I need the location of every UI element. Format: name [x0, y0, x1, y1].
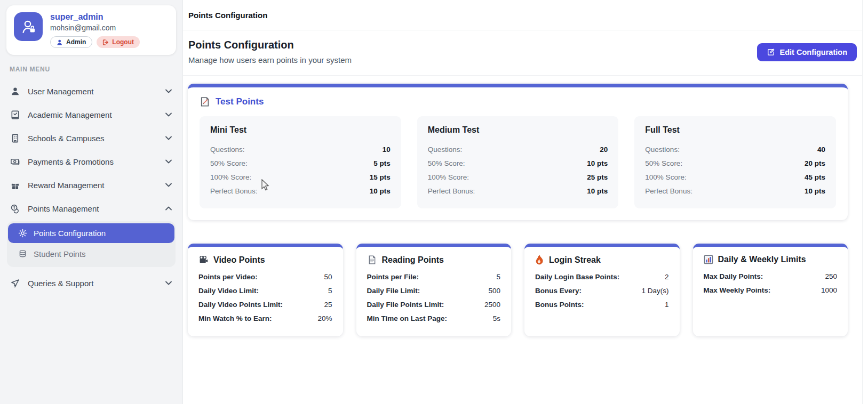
chevron-down-icon: [164, 110, 173, 119]
points-management-submenu: Points Configuration Student Points: [7, 221, 176, 267]
coins-icon: [10, 203, 21, 214]
book-check-icon: [10, 109, 21, 120]
full-test-title: Full Test: [645, 125, 825, 135]
user-email: mohsin@gmail.com: [50, 23, 140, 32]
edit-icon: [767, 48, 775, 56]
building-icon: [10, 133, 21, 144]
memo-pencil-icon: [200, 96, 210, 107]
sidebar-subitem-student-points[interactable]: Student Points: [8, 244, 174, 264]
mini-test-card: Mini Test Questions:10 50% Score:5 pts 1…: [200, 116, 401, 208]
topbar-title: Points Configuration: [188, 11, 267, 20]
test-points-card: Test Points Mini Test Questions:10 50% S…: [188, 84, 848, 220]
sidebar-item-label: Reward Management: [28, 181, 157, 190]
stat-row: Perfect Bonus:10 pts: [428, 184, 608, 198]
stat-row: Daily Video Points Limit:25: [198, 297, 332, 311]
sidebar-item-label: Queries & Support: [28, 279, 157, 288]
logout-icon: [102, 39, 109, 46]
stat-row: Questions:20: [428, 142, 608, 156]
stat-row: Points per File:5: [367, 270, 501, 284]
gear-icon: [18, 228, 28, 238]
stat-row: 50% Score:20 pts: [645, 156, 825, 170]
logout-label: Logout: [112, 38, 134, 46]
user-info: super_admin mohsin@gmail.com Admin Logou…: [50, 12, 140, 48]
video-points-title: Video Points: [213, 255, 265, 265]
sidebar-item-label: Schools & Campuses: [28, 134, 157, 143]
video-points-card: Video Points Points per Video:50 Daily V…: [188, 244, 343, 336]
stat-row: Perfect Bonus:10 pts: [645, 184, 825, 198]
stat-row: 100% Score:15 pts: [210, 170, 391, 184]
medium-test-title: Medium Test: [428, 125, 608, 135]
stat-row: Max Weekly Points:1000: [704, 283, 838, 297]
edit-configuration-button[interactable]: Edit Configuration: [757, 43, 857, 61]
sidebar-item-academic-management[interactable]: Academic Management: [0, 103, 182, 126]
reading-points-card: Reading Points Points per File:5 Daily F…: [356, 244, 512, 336]
sidebar-item-user-management[interactable]: User Management: [0, 79, 182, 103]
stat-row: Perfect Bonus:10 pts: [210, 184, 391, 198]
avatar: [14, 12, 43, 41]
stat-row: 50% Score:5 pts: [210, 156, 391, 170]
stat-row: Questions:40: [645, 142, 825, 156]
sidebar-item-reward-management[interactable]: Reward Management: [0, 173, 182, 197]
user-icon: [10, 86, 21, 97]
stat-row: Daily File Points Limit:2500: [367, 297, 501, 311]
content: Test Points Mini Test Questions:10 50% S…: [183, 76, 862, 336]
bar-chart-icon: [704, 255, 713, 264]
stat-row: Min Watch % to Earn:20%: [198, 311, 332, 325]
login-streak-card: Login Streak Daily Login Base Points:2 B…: [524, 244, 680, 336]
stat-row: Daily Login Base Points:2: [535, 270, 669, 284]
page-title: Points Configuration: [188, 39, 757, 51]
sidebar: super_admin mohsin@gmail.com Admin Logou…: [0, 0, 183, 404]
admin-badge-label: Admin: [66, 38, 86, 46]
sidebar-item-label: User Management: [28, 87, 157, 96]
chevron-down-icon: [164, 87, 173, 95]
sidebar-subitem-label: Student Points: [34, 249, 86, 258]
stat-row: Bonus Points:1: [535, 297, 669, 311]
main-menu-section-label: MAIN MENU: [10, 66, 173, 73]
sidebar-item-queries-support[interactable]: Queries & Support: [0, 271, 182, 295]
sidebar-item-schools-campuses[interactable]: Schools & Campuses: [0, 126, 182, 150]
sidebar-subitem-label: Points Configuration: [34, 229, 106, 238]
login-streak-title: Login Streak: [549, 255, 601, 265]
sidebar-item-label: Payments & Promotions: [28, 157, 157, 166]
user-lock-icon: [20, 18, 37, 35]
chevron-down-icon: [164, 181, 173, 189]
sidebar-subitem-points-configuration[interactable]: Points Configuration: [8, 223, 174, 243]
stat-row: Points per Video:50: [198, 270, 332, 284]
app-window: super_admin mohsin@gmail.com Admin Logou…: [0, 0, 868, 404]
banknote-icon: [10, 156, 21, 167]
document-icon: [367, 255, 377, 265]
user-profile-card: super_admin mohsin@gmail.com Admin Logou…: [6, 5, 176, 55]
person-badge-icon: [57, 39, 63, 46]
stat-row: Daily Video Limit:5: [198, 284, 332, 297]
sidebar-item-points-management[interactable]: Points Management: [0, 197, 182, 220]
fire-icon: [535, 255, 544, 265]
stat-row: Questions:10: [210, 142, 391, 156]
sidebar-item-payments-promotions[interactable]: Payments & Promotions: [0, 150, 182, 173]
page-subtitle: Manage how users earn points in your sys…: [188, 55, 757, 64]
medium-test-card: Medium Test Questions:20 50% Score:10 pt…: [417, 116, 619, 208]
gift-icon: [10, 180, 21, 191]
main-area: Points Configuration Points Configuratio…: [183, 0, 863, 404]
stat-row: Daily File Limit:500: [367, 284, 501, 297]
movie-camera-icon: [198, 255, 209, 265]
chevron-down-icon: [164, 279, 173, 287]
chevron-down-icon: [164, 157, 173, 166]
stat-row: Min Time on Last Page:5s: [367, 311, 501, 325]
chevron-up-icon: [164, 204, 173, 213]
topbar: Points Configuration: [183, 0, 862, 30]
mini-test-title: Mini Test: [210, 125, 391, 135]
send-question-icon: [10, 278, 21, 289]
stat-row: 100% Score:45 pts: [645, 170, 825, 184]
sidebar-nav: User Management Academic Management Scho…: [0, 79, 182, 295]
full-test-card: Full Test Questions:40 50% Score:20 pts …: [634, 116, 836, 208]
admin-role-badge: Admin: [50, 36, 92, 48]
sidebar-item-label: Points Management: [28, 204, 157, 213]
sidebar-item-label: Academic Management: [28, 110, 157, 119]
stat-row: 100% Score:25 pts: [428, 170, 608, 184]
test-points-title: Test Points: [216, 96, 264, 107]
stat-row: 50% Score:10 pts: [428, 156, 608, 170]
logout-button[interactable]: Logout: [97, 36, 140, 48]
daily-weekly-limits-title: Daily & Weekly Limits: [718, 255, 806, 264]
daily-weekly-limits-card: Daily & Weekly Limits Max Daily Points:2…: [693, 244, 848, 336]
reading-points-title: Reading Points: [382, 255, 444, 265]
